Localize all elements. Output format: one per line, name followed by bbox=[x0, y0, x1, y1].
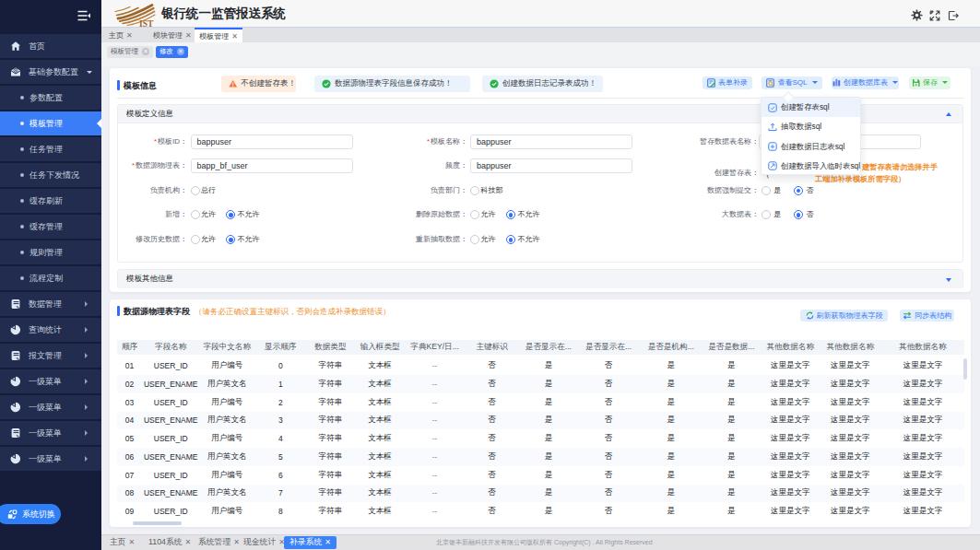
svg-text:IST: IST bbox=[139, 19, 154, 28]
